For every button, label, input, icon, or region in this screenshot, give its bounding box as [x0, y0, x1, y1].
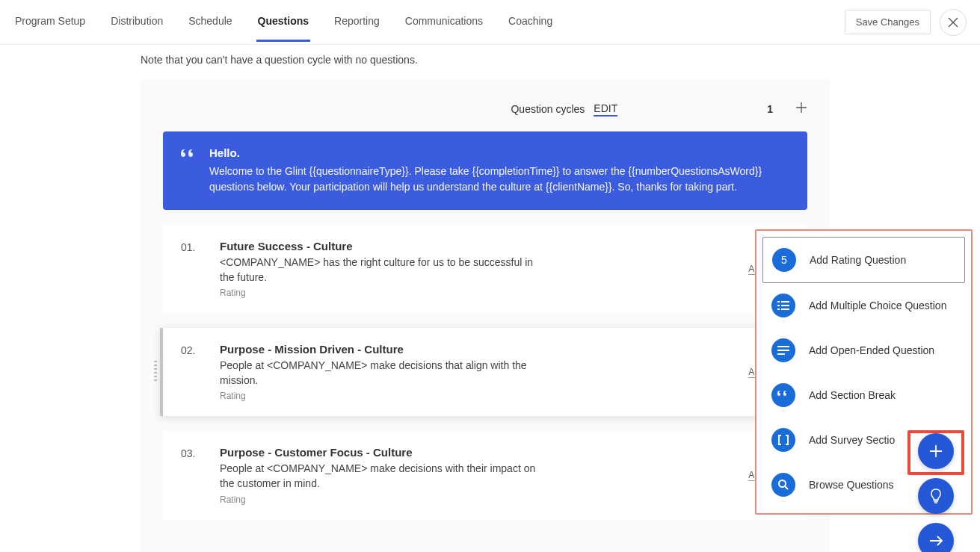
- question-desc: People at <COMPANY_NAME> make decisions …: [220, 359, 541, 388]
- tab-questions[interactable]: Questions: [256, 2, 310, 42]
- question-card-2[interactable]: 02. Purpose - Mission Driven - Culture P…: [160, 328, 807, 416]
- header: Program Setup Distribution Schedule Ques…: [0, 0, 980, 45]
- question-desc: People at <COMPANY_NAME> make decisions …: [220, 462, 541, 491]
- question-type: Rating: [220, 391, 730, 401]
- lightbulb-icon: [929, 489, 943, 503]
- main-panel: Question cycles EDIT 1 Hello. Welcome to…: [141, 79, 830, 552]
- popup-label: Add Open-Ended Question: [809, 344, 934, 356]
- fab-hint[interactable]: [918, 478, 954, 514]
- popup-label: Add Rating Question: [810, 254, 906, 266]
- brackets-icon: [771, 428, 795, 452]
- popup-label: Add Multiple Choice Question: [809, 300, 946, 311]
- tab-distribution[interactable]: Distribution: [109, 2, 164, 42]
- popup-add-section-break[interactable]: Add Section Break: [762, 373, 965, 418]
- arrow-right-icon: [928, 535, 943, 547]
- popup-add-open-ended[interactable]: Add Open-Ended Question: [762, 328, 965, 373]
- question-card-3[interactable]: 03. Purpose - Customer Focus - Culture P…: [163, 431, 807, 519]
- search-icon: [771, 473, 795, 497]
- rating-icon: 5: [772, 248, 796, 272]
- popup-add-rating[interactable]: 5 Add Rating Question: [762, 237, 965, 283]
- svg-rect-8: [777, 353, 785, 355]
- lines-icon: [771, 338, 795, 362]
- popup-label: Browse Questions: [809, 479, 894, 491]
- question-number: 01.: [181, 241, 202, 253]
- question-number: 02.: [181, 344, 202, 356]
- popup-label: Add Section Break: [809, 389, 896, 401]
- header-right: Save Changes: [845, 9, 967, 36]
- intro-card[interactable]: Hello. Welcome to the Glint {{questionna…: [163, 131, 807, 210]
- question-desc: <COMPANY_NAME> has the right culture for…: [220, 255, 541, 285]
- list-icon: [771, 294, 795, 317]
- tab-reporting[interactable]: Reporting: [333, 2, 381, 42]
- question-type: Rating: [220, 288, 730, 298]
- question-body: Future Success - Culture <COMPANY_NAME> …: [220, 240, 730, 298]
- plus-icon: [928, 444, 943, 459]
- fab-container: [918, 433, 954, 552]
- plus-icon: [795, 102, 807, 114]
- cycles-label: Question cycles: [511, 103, 585, 115]
- popup-label: Add Survey Sectio: [809, 434, 895, 446]
- note-text: Note that you can't have a question cycl…: [0, 45, 980, 79]
- cycles-count: 1: [767, 103, 773, 115]
- svg-rect-2: [777, 305, 780, 306]
- quote-icon: [181, 149, 196, 195]
- question-title: Future Success - Culture: [220, 240, 730, 252]
- svg-rect-7: [777, 350, 789, 351]
- quote-icon: [771, 383, 795, 407]
- popup-add-multiple-choice[interactable]: Add Multiple Choice Question: [762, 283, 965, 328]
- tab-program-setup[interactable]: Program Setup: [13, 2, 87, 42]
- question-title: Purpose - Mission Driven - Culture: [220, 343, 730, 356]
- question-type: Rating: [220, 494, 730, 505]
- svg-point-9: [779, 480, 786, 487]
- intro-content: Hello. Welcome to the Glint {{questionna…: [209, 146, 789, 195]
- cycles-edit-link[interactable]: EDIT: [594, 102, 617, 117]
- cycles-header: Question cycles EDIT 1: [163, 102, 807, 131]
- svg-rect-3: [781, 305, 789, 306]
- svg-rect-1: [781, 301, 789, 303]
- svg-rect-5: [781, 308, 789, 310]
- fab-next[interactable]: [918, 523, 954, 552]
- add-cycle-button[interactable]: [795, 102, 807, 117]
- question-card-1[interactable]: 01. Future Success - Culture <COMPANY_NA…: [163, 225, 807, 313]
- tab-schedule[interactable]: Schedule: [187, 2, 233, 42]
- cycles-left: Question cycles EDIT: [511, 102, 617, 117]
- close-button[interactable]: [940, 9, 967, 36]
- question-title: Purpose - Customer Focus - Culture: [220, 446, 730, 459]
- close-icon: [948, 17, 958, 28]
- svg-rect-0: [777, 301, 780, 303]
- question-body: Purpose - Customer Focus - Culture Peopl…: [220, 446, 730, 504]
- svg-rect-6: [777, 346, 789, 347]
- question-body: Purpose - Mission Driven - Culture Peopl…: [220, 343, 730, 401]
- intro-title: Hello.: [209, 146, 789, 159]
- fab-add[interactable]: [918, 433, 954, 469]
- save-button[interactable]: Save Changes: [845, 10, 931, 34]
- cycles-right: 1: [767, 102, 807, 117]
- svg-rect-4: [777, 308, 780, 310]
- tab-communications[interactable]: Communications: [404, 2, 484, 42]
- intro-body: Welcome to the Glint {{questionnaireType…: [209, 164, 789, 195]
- question-number: 03.: [181, 447, 202, 459]
- tab-coaching[interactable]: Coaching: [507, 2, 554, 42]
- tabs: Program Setup Distribution Schedule Ques…: [13, 2, 554, 42]
